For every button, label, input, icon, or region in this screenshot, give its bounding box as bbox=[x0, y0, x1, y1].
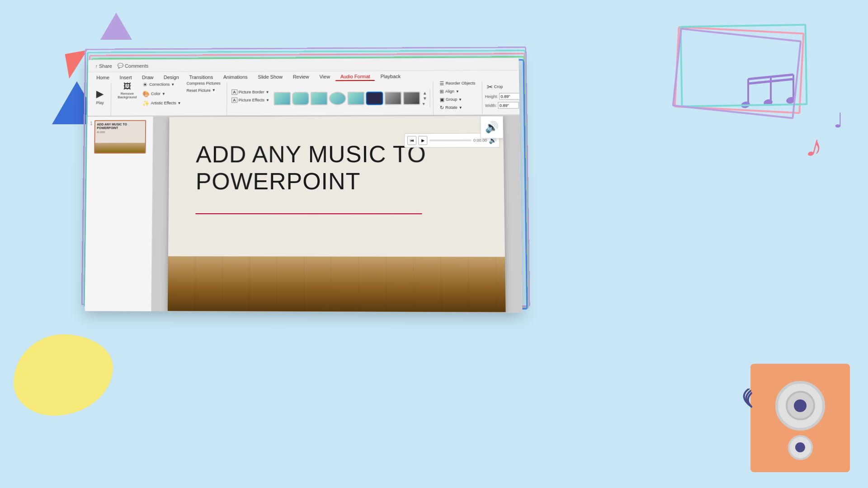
picture-border-button[interactable]: A Picture Border ▼ bbox=[230, 89, 271, 96]
styles-scroll-down[interactable]: ▼ bbox=[423, 96, 427, 101]
pic-style-1[interactable] bbox=[274, 92, 291, 105]
slide-number: 1 bbox=[90, 120, 93, 126]
remove-bg-icon: 🖼 bbox=[123, 82, 132, 91]
picture-border-dropdown: ▼ bbox=[266, 90, 269, 94]
slide-thumb-sub: IN 2025! bbox=[95, 130, 145, 134]
group-icon: ▣ bbox=[440, 97, 444, 103]
height-field: Height: ▲ ▼ Width: ▲ bbox=[485, 93, 523, 109]
slide-thumb-floor bbox=[95, 143, 145, 153]
speaker-center-dot bbox=[794, 399, 807, 412]
tab-playback[interactable]: Playback bbox=[376, 72, 406, 80]
slide-divider-line bbox=[195, 213, 422, 214]
deco-rect-purple-large bbox=[672, 28, 802, 119]
speaker-icon: 🔊 bbox=[485, 121, 499, 134]
audio-time-display: 0:00.00 bbox=[473, 138, 487, 143]
slide-canvas: ADD ANY MUSIC TO POWERPOINT 🔊 ⏮ ▶ bbox=[151, 115, 522, 312]
slide-floor bbox=[168, 256, 506, 312]
speaker-circle-inner bbox=[786, 391, 815, 420]
width-input[interactable] bbox=[498, 102, 519, 109]
speaker-small-dot bbox=[795, 442, 805, 452]
picture-effects-button[interactable]: A Picture Effects ▼ bbox=[230, 96, 271, 103]
color-button[interactable]: 🎨 Color ▼ bbox=[141, 89, 183, 98]
comments-button[interactable]: 💬 Comments bbox=[117, 63, 148, 69]
corrections-dropdown-icon: ▼ bbox=[171, 82, 175, 86]
reorder-objects-button[interactable]: ☰ Reorder Objects bbox=[438, 80, 477, 87]
share-button[interactable]: ↑ Share bbox=[95, 63, 112, 69]
speaker-circle-small bbox=[788, 435, 813, 460]
slide-text: ADD ANY MUSIC TO POWERPOINT bbox=[196, 141, 477, 195]
audio-speaker-icon[interactable]: 🔊 bbox=[480, 116, 503, 139]
tab-view[interactable]: View bbox=[315, 73, 335, 81]
speaker-decoration bbox=[750, 364, 850, 472]
ribbon-content: ▶ Play 🖼 RemoveBackground ☀ C bbox=[88, 81, 520, 116]
ribbon-group-arrange: ☰ Reorder Objects ⊞ Align ▼ ▣ Group ▼ bbox=[433, 81, 482, 115]
color-dropdown-icon: ▼ bbox=[162, 92, 165, 96]
remove-background-button[interactable]: 🖼 RemoveBackground bbox=[115, 80, 139, 101]
styles-more[interactable]: ▾ bbox=[423, 101, 427, 106]
align-button[interactable]: ⊞ Align ▼ bbox=[438, 88, 461, 95]
reset-picture-button[interactable]: Reset Picture ▼ bbox=[185, 87, 222, 94]
comments-icon: 💬 bbox=[117, 63, 123, 69]
pic-style-3[interactable] bbox=[311, 92, 328, 105]
audio-seekbar[interactable] bbox=[429, 140, 472, 141]
reset-dropdown-icon: ▼ bbox=[212, 88, 216, 92]
tab-animations[interactable]: Animations bbox=[218, 73, 253, 81]
speaker-box bbox=[750, 364, 850, 472]
play-label: Play bbox=[96, 101, 104, 105]
align-icon: ⊞ bbox=[440, 89, 444, 94]
pic-style-7[interactable] bbox=[385, 92, 402, 105]
ribbon: Home Insert Draw Design Transitions Anim… bbox=[87, 70, 519, 117]
tab-slideshow[interactable]: Slide Show bbox=[253, 73, 288, 81]
audio-play-button[interactable]: ⏮ bbox=[407, 136, 416, 145]
corrections-button[interactable]: ☀ Corrections ▼ bbox=[141, 80, 183, 89]
align-dropdown: ▼ bbox=[456, 89, 459, 94]
pic-style-5[interactable] bbox=[348, 92, 365, 105]
purple-music-note: ♩ bbox=[834, 108, 843, 132]
styles-scroll-up[interactable]: ▲ bbox=[423, 90, 427, 95]
pic-style-8[interactable] bbox=[403, 91, 420, 105]
compress-pictures-button[interactable]: Compress Pictures bbox=[185, 80, 222, 86]
artistic-effects-dropdown-icon: ▼ bbox=[178, 101, 181, 105]
floor-planks bbox=[168, 256, 506, 312]
sound-waves bbox=[733, 389, 756, 427]
slide-thumbnail-container: 1 ADD ANY MUSIC TO POWERPOINT IN 2025! bbox=[90, 120, 150, 154]
rotate-button[interactable]: ↻ Rotate ▼ bbox=[438, 103, 464, 111]
title-bar: ↑ Share 💬 Comments bbox=[88, 58, 519, 72]
pic-style-6[interactable] bbox=[366, 92, 383, 105]
tab-home[interactable]: Home bbox=[91, 74, 114, 82]
reorder-icon: ☰ bbox=[439, 80, 444, 86]
slide-text-line2: POWERPOINT bbox=[196, 168, 477, 195]
ribbon-group-play: ▶ Play bbox=[89, 83, 111, 116]
crop-button[interactable]: ✂ Crop bbox=[485, 81, 505, 92]
picture-effects-dropdown: ▼ bbox=[266, 98, 269, 102]
color-icon: 🎨 bbox=[142, 90, 150, 97]
slide-panel: 1 ADD ANY MUSIC TO POWERPOINT IN 2025! bbox=[85, 117, 154, 311]
play-button[interactable]: ▶ Play bbox=[94, 87, 107, 106]
slide-thumb-title: ADD ANY MUSIC TO POWERPOINT bbox=[95, 121, 145, 131]
height-input[interactable] bbox=[499, 93, 520, 100]
crop-icon: ✂ bbox=[486, 82, 492, 91]
group-dropdown: ▼ bbox=[458, 97, 462, 101]
pic-style-2[interactable] bbox=[292, 92, 309, 105]
rotate-icon: ↻ bbox=[440, 105, 444, 111]
artistic-effects-button[interactable]: ✨ Artistic Effects ▼ bbox=[141, 99, 183, 108]
audio-player-area: 🔊 ⏮ ▶ 0:00.00 🔊 bbox=[404, 120, 500, 148]
tab-review[interactable]: Review bbox=[288, 73, 314, 81]
audio-pause-button[interactable]: ▶ bbox=[418, 136, 427, 145]
rotate-dropdown: ▼ bbox=[459, 105, 462, 109]
ribbon-group-crop: ✂ Crop Height: ▲ ▼ Wid bbox=[482, 81, 522, 115]
artistic-effects-icon: ✨ bbox=[142, 100, 150, 107]
group-button[interactable]: ▣ Group ▼ bbox=[438, 96, 464, 103]
content-area: 1 ADD ANY MUSIC TO POWERPOINT IN 2025! A… bbox=[85, 115, 523, 312]
pic-style-4[interactable] bbox=[329, 92, 346, 105]
powerpoint-window: ↑ Share 💬 Comments Home Insert Draw Desi… bbox=[85, 58, 523, 313]
ribbon-group-adjust: 🖼 RemoveBackground ☀ Corrections ▼ 🎨 Col… bbox=[111, 82, 227, 116]
picture-styles-row: ▲ ▼ ▾ bbox=[271, 89, 430, 108]
corrections-icon: ☀ bbox=[142, 81, 148, 88]
slide-thumbnail[interactable]: ADD ANY MUSIC TO POWERPOINT IN 2025! bbox=[94, 120, 146, 154]
slide-main: ADD ANY MUSIC TO POWERPOINT 🔊 ⏮ ▶ bbox=[168, 116, 506, 312]
share-icon: ↑ bbox=[95, 63, 98, 69]
tab-audio-format[interactable]: Audio Format bbox=[335, 72, 375, 81]
play-icon: ▶ bbox=[96, 88, 104, 100]
speaker-circle-outer bbox=[775, 381, 825, 431]
